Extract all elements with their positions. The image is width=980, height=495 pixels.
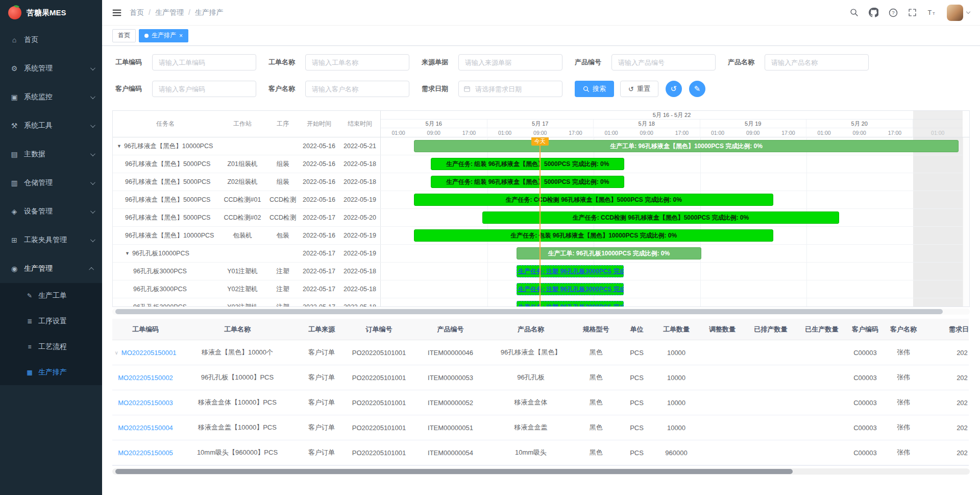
sidebar-item-home[interactable]: ⌂首页 bbox=[0, 26, 102, 54]
gantt-bar-label: 生产任务: CCD检测 96孔移液盒【黑色】5000PCS 完成比例: 0% bbox=[573, 214, 749, 222]
sidebar-item-production[interactable]: ◉生产管理 bbox=[0, 254, 102, 283]
sidebar-item-scheduling[interactable]: ▦生产排产 bbox=[0, 360, 102, 385]
gantt-bar[interactable]: 生产任务: CCD检测 96孔移液盒【黑色】5000PCS 完成比例: 0% bbox=[414, 194, 773, 206]
work-order-link[interactable]: MO202205150002 bbox=[118, 374, 173, 382]
gantt-row[interactable]: 96孔移液盒【黑色】5000PCS CCD检测#01 CCD检测 2022-05… bbox=[113, 191, 969, 209]
gantt-row[interactable]: 96孔移液盒【黑色】10000PCS 包装机 包装 2022-05-16 202… bbox=[113, 227, 969, 245]
reset-button[interactable]: ↺重置 bbox=[620, 81, 658, 97]
order-no: PO202205101001 bbox=[347, 415, 411, 440]
gantt-horizontal-scrollbar[interactable] bbox=[112, 309, 970, 315]
work-order-code-input[interactable] bbox=[152, 54, 256, 70]
breadcrumb-home[interactable]: 首页 bbox=[130, 8, 155, 17]
search-icon[interactable] bbox=[850, 8, 859, 17]
table-row[interactable]: ∨MO202205150001 移液盒【黑色】10000个 客户订单 PO202… bbox=[112, 340, 969, 365]
gantt-bar[interactable]: 生产任务: 注塑 96孔孔板3000PCS 完成比例: 0% bbox=[517, 265, 624, 277]
product-code-input[interactable] bbox=[611, 54, 716, 70]
process bbox=[267, 245, 299, 262]
demand-date-input[interactable] bbox=[458, 81, 562, 97]
customer-name-input[interactable] bbox=[305, 81, 409, 97]
gantt-bar[interactable]: 生产工单: 96孔移液盒【黑色】10000PCS 完成比例: 0% bbox=[414, 140, 959, 152]
gantt-bar[interactable]: 生产任务: CCD检测 96孔移液盒【黑色】5000PCS 完成比例: 0% bbox=[482, 211, 839, 224]
col-qty: 工单数量 bbox=[653, 319, 699, 340]
collapse-icon[interactable]: ▼ bbox=[125, 251, 130, 256]
work-order-link[interactable]: MO202205150005 bbox=[118, 449, 173, 457]
tab-scheduling[interactable]: 生产排产× bbox=[139, 29, 188, 42]
customer-code-input[interactable] bbox=[152, 81, 256, 97]
sidebar-item-fixtures[interactable]: ⊞工装夹具管理 bbox=[0, 226, 102, 254]
col-product-name: 产品名称 bbox=[490, 319, 572, 340]
work-order-link[interactable]: MO202205150004 bbox=[118, 424, 173, 432]
gantt-vertical-scrollbar[interactable] bbox=[963, 137, 969, 307]
scrollbar-thumb[interactable] bbox=[115, 469, 793, 474]
github-icon[interactable] bbox=[869, 8, 878, 17]
work-order-link[interactable]: MO202205150003 bbox=[118, 399, 173, 407]
field-label: 客户编码 bbox=[115, 84, 147, 93]
gantt-row[interactable]: ▼96孔孔板10000PCS 2022-05-17 2022-05-19 生产工… bbox=[113, 245, 969, 263]
scrollbar-thumb[interactable] bbox=[115, 309, 943, 314]
gantt-bar[interactable]: 生产工单: 96孔孔板10000PCS 完成比例: 0% bbox=[517, 247, 701, 260]
gantt-row[interactable]: 96孔孔板3000PCS Y03注塑机 注塑 2022-05-17 2022-0… bbox=[113, 298, 969, 307]
gantt-bar[interactable]: 生产任务: 注塑 96孔孔板3000PCS 完成比例: 0% bbox=[517, 301, 624, 307]
sidebar-item-process-flow[interactable]: ≡工艺流程 bbox=[0, 334, 102, 360]
sidebar-item-warehouse[interactable]: ▥仓储管理 bbox=[0, 169, 102, 197]
avatar[interactable] bbox=[947, 5, 963, 21]
scheduled-qty bbox=[745, 365, 796, 390]
help-icon[interactable]: ? bbox=[889, 8, 898, 17]
workstation: CCD检测#01 bbox=[218, 191, 267, 208]
gantt-row[interactable]: ▼96孔移液盒【黑色】10000PCS 2022-05-16 2022-05-2… bbox=[113, 137, 969, 155]
work-order-link[interactable]: MO202205150001 bbox=[121, 349, 177, 357]
sidebar-toggle-icon[interactable] bbox=[112, 9, 121, 17]
svg-text:T: T bbox=[933, 11, 935, 16]
product-code: ITEM00000051 bbox=[411, 415, 490, 440]
gantt-row[interactable]: 96孔移液盒【黑色】5000PCS CCD检测#02 CCD检测 2022-05… bbox=[113, 209, 969, 227]
sidebar-item-equipment[interactable]: ◈设备管理 bbox=[0, 197, 102, 226]
sidebar-item-work-orders[interactable]: ✎生产工单 bbox=[0, 283, 102, 309]
sidebar-item-system-monitor[interactable]: ▣系统监控 bbox=[0, 83, 102, 111]
task-name: 96孔移液盒【黑色】5000PCS bbox=[125, 214, 210, 222]
user-menu[interactable] bbox=[947, 5, 970, 21]
app-logo: 苦糖果MES bbox=[0, 0, 102, 26]
product-name-input[interactable] bbox=[765, 54, 869, 70]
sidebar-item-master-data[interactable]: ▤主数据 bbox=[0, 140, 102, 169]
table-horizontal-scrollbar[interactable] bbox=[112, 468, 970, 475]
workstation: Z02组装机 bbox=[218, 173, 267, 191]
sidebar-item-system-settings[interactable]: ⚙系统管理 bbox=[0, 54, 102, 83]
work-order-name-input[interactable] bbox=[305, 54, 409, 70]
sidebar-item-label: 生产排产 bbox=[38, 368, 67, 377]
qty: 10000 bbox=[653, 415, 699, 440]
gantt-row[interactable]: 96孔移液盒【黑色】5000PCS Z02组装机 组装 2022-05-16 2… bbox=[113, 173, 969, 191]
collapse-icon[interactable]: ▼ bbox=[117, 144, 121, 149]
chevron-down-icon bbox=[90, 208, 95, 214]
breadcrumb-production[interactable]: 生产管理 bbox=[155, 8, 195, 17]
end-time: 2022-05-18 bbox=[339, 263, 380, 280]
refresh-button[interactable]: ↺ bbox=[666, 81, 682, 97]
col-unit: 单位 bbox=[620, 319, 653, 340]
end-time: 2022-05-20 bbox=[339, 209, 380, 226]
gantt-row[interactable]: 96孔孔板3000PCS Y02注塑机 注塑 2022-05-17 2022-0… bbox=[113, 280, 969, 298]
search-button[interactable]: 搜索 bbox=[575, 81, 614, 97]
fullscreen-icon[interactable] bbox=[908, 8, 917, 17]
gantt-day-label: 5月 18 bbox=[594, 120, 700, 128]
sidebar-item-system-tools[interactable]: ⚒系统工具 bbox=[0, 111, 102, 140]
table-row[interactable]: MO202205150004 移液盒盒盖【10000】PCS 客户订单 PO20… bbox=[112, 415, 969, 440]
table-row[interactable]: MO202205150005 10mm吸头【960000】PCS 客户订单 PO… bbox=[112, 440, 969, 465]
sidebar-item-label: 主数据 bbox=[24, 150, 45, 159]
tab-home[interactable]: 首页 bbox=[112, 29, 136, 42]
close-icon[interactable]: × bbox=[179, 33, 183, 39]
table-row[interactable]: MO202205150003 移液盒盒体【10000】PCS 客户订单 PO20… bbox=[112, 390, 969, 415]
expand-icon[interactable]: ∨ bbox=[114, 350, 118, 356]
font-size-icon[interactable]: TT bbox=[927, 8, 937, 17]
gantt-row[interactable]: 96孔移液盒【黑色】5000PCS Z01组装机 组装 2022-05-16 2… bbox=[113, 155, 969, 173]
table-row[interactable]: MO202205150002 96孔孔板【10000】PCS 客户订单 PO20… bbox=[112, 365, 969, 390]
gantt-row[interactable]: 96孔孔板3000PCS Y01注塑机 注塑 2022-05-17 2022-0… bbox=[113, 263, 969, 280]
edit-columns-button[interactable]: ✎ bbox=[689, 81, 705, 97]
gantt-bar[interactable]: 生产任务: 包装 96孔移液盒【黑色】10000PCS 完成比例: 0% bbox=[414, 229, 773, 242]
source-doc-input[interactable] bbox=[458, 54, 562, 70]
breadcrumb-scheduling: 生产排产 bbox=[195, 8, 224, 17]
gantt-bar[interactable]: 生产任务: 注塑 96孔孔板3000PCS 完成比例: 0% bbox=[517, 283, 624, 295]
sidebar-item-process-settings[interactable]: ≣工序设置 bbox=[0, 309, 102, 334]
gantt-b ar[interactable]: 生产任务: 组装 96孔移液盒【黑色】5000PCS 完成比例: 0% bbox=[431, 176, 624, 188]
gantt-bar[interactable]: 生产任务: 组装 96孔移液盒【黑色】5000PCS 完成比例: 0% bbox=[431, 158, 624, 170]
start-time: 2022-05-17 bbox=[299, 263, 339, 280]
hour-tick: 09:00 bbox=[842, 128, 877, 137]
